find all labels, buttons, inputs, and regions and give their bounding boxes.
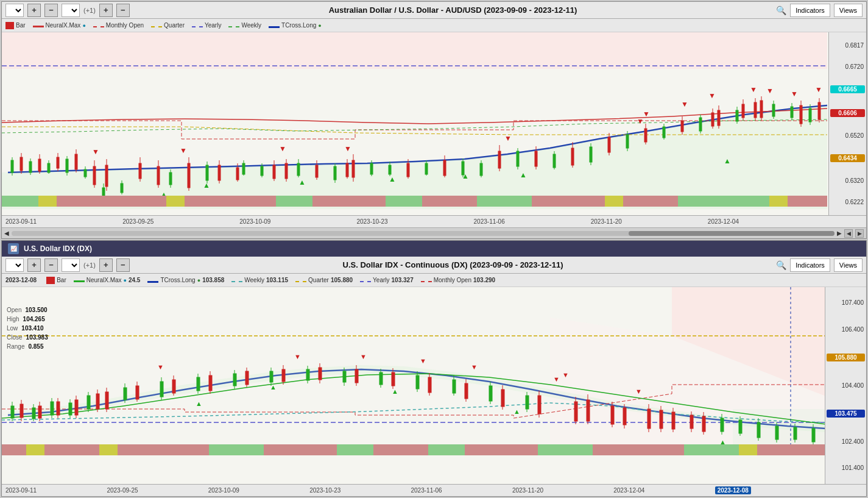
svg-rect-151 <box>477 196 532 207</box>
legend2-weekly: Weekly 103.115 <box>231 277 288 283</box>
chart1-period-minus[interactable]: − <box>116 4 130 17</box>
chart1-views-button[interactable]: Views <box>834 4 863 17</box>
chart2-timeframe-minus[interactable]: − <box>44 258 58 272</box>
chart1-search-icon[interactable]: 🔍 <box>776 5 786 15</box>
price-label-0.6320: 0.6320 <box>829 177 866 184</box>
svg-text:▼: ▼ <box>791 90 798 98</box>
svg-rect-288 <box>465 444 538 455</box>
svg-rect-283 <box>209 444 264 455</box>
chart2-date-axis: 2023-09-11 2023-09-25 2023-10-09 2023-10… <box>2 484 866 496</box>
chart2-indicators-button[interactable]: Indicators <box>790 258 830 272</box>
svg-rect-147 <box>276 196 312 207</box>
chart2-timeframe-select[interactable]: 3 Months <box>5 258 24 272</box>
legend-monthly: Monthly Open <box>93 22 144 29</box>
svg-rect-142 <box>2 196 38 207</box>
svg-rect-293 <box>757 444 826 455</box>
ohlc-info: Open 103.500 High 104.265 Low 103.410 Cl… <box>7 305 48 351</box>
chart2-interval-select[interactable]: Daily <box>62 258 80 272</box>
svg-rect-286 <box>373 444 428 455</box>
chart1-indicators-button[interactable]: Indicators <box>790 4 830 17</box>
svg-rect-152 <box>532 196 605 207</box>
price-label-0.6520: 0.6520 <box>829 132 866 139</box>
chart2-period-plus[interactable]: + <box>99 258 113 272</box>
scroll-left-icon[interactable]: ◀ <box>4 230 9 237</box>
chart2-views-button[interactable]: Views <box>834 258 863 272</box>
chart2-timeframe-plus[interactable]: + <box>27 258 41 272</box>
svg-text:▲: ▲ <box>389 175 396 183</box>
page-nav-next[interactable]: ▶ <box>855 229 864 238</box>
svg-rect-154 <box>623 196 678 207</box>
svg-text:▼: ▼ <box>180 146 187 155</box>
page-nav-prev[interactable]: ◀ <box>844 229 853 238</box>
svg-text:▼: ▼ <box>360 353 367 360</box>
chart2-period-label: (+1) <box>83 261 96 269</box>
date-label-4: 2023-10-23 <box>356 218 387 225</box>
date-label-2: 2023-09-25 <box>122 218 153 225</box>
price2-label-102: 102.400 <box>825 438 866 445</box>
svg-text:▲: ▲ <box>270 383 277 391</box>
svg-rect-284 <box>264 444 337 455</box>
date-label-7: 2023-12-04 <box>708 218 739 225</box>
svg-rect-143 <box>38 196 57 207</box>
svg-rect-145 <box>166 196 185 207</box>
svg-rect-285 <box>337 444 373 455</box>
svg-text:▼: ▼ <box>92 148 99 156</box>
date-label-6: 2023-11-20 <box>591 218 622 225</box>
svg-rect-148 <box>312 196 386 207</box>
chart2-search-icon[interactable]: 🔍 <box>776 260 786 270</box>
svg-text:▲: ▲ <box>392 388 398 395</box>
price2-label-106: 106.400 <box>825 326 866 333</box>
legend-weekly: Weekly <box>228 22 261 29</box>
svg-text:▼: ▼ <box>279 144 286 153</box>
price2-label-cyan: 103.475 <box>827 410 865 418</box>
price2-label-107: 107.400 <box>825 299 866 306</box>
chart2-icon: 📈 <box>8 243 19 254</box>
svg-text:▲: ▲ <box>462 172 469 180</box>
svg-rect-291 <box>684 444 739 455</box>
svg-rect-287 <box>428 444 465 455</box>
chart1-period-label: (+1) <box>83 7 96 14</box>
chart1-period-plus[interactable]: + <box>99 4 113 17</box>
svg-rect-289 <box>538 444 593 455</box>
svg-text:▼: ▼ <box>635 388 642 395</box>
svg-text:▼: ▼ <box>294 353 301 360</box>
svg-text:▼: ▼ <box>553 375 560 383</box>
svg-text:▼: ▼ <box>562 371 569 379</box>
svg-rect-292 <box>739 444 757 455</box>
svg-text:▲: ▲ <box>513 408 520 415</box>
chart1-date-axis: 2023-09-11 2023-09-25 2023-10-09 2023-10… <box>2 215 866 227</box>
svg-text:▼: ▼ <box>815 85 822 94</box>
svg-rect-282 <box>118 444 209 455</box>
scroll-right-icon[interactable]: ▶ <box>837 230 842 237</box>
svg-text:▼: ▼ <box>766 87 774 95</box>
legend2-yearly: Yearly 103.327 <box>360 277 414 283</box>
date-label-3: 2023-10-09 <box>239 218 270 225</box>
chart1-interval-select[interactable]: Daily <box>62 4 80 17</box>
price-label-0.6222: 0.6222 <box>829 199 866 205</box>
chart2-title: U.S. Dollar IDX - Continuous (DX) (2023-… <box>133 260 772 269</box>
chart1-timeframe-select[interactable]: 3 Months <box>5 4 24 17</box>
chart2-panel-header: 📈 U.S. Dollar IDX (DX) <box>2 241 866 257</box>
chart2-date-label: 2023-12-08 <box>5 277 37 283</box>
svg-marker-2 <box>2 32 827 69</box>
price2-label-gold: 105.880 <box>827 354 865 361</box>
svg-text:▼: ▼ <box>750 85 757 94</box>
svg-text:▼: ▼ <box>708 91 716 100</box>
legend2-bar: Bar <box>46 277 66 284</box>
svg-rect-153 <box>605 196 623 207</box>
date2-highlighted: 2023-12-08 <box>715 486 751 494</box>
date2-label-5: 2023-11-06 <box>411 487 442 494</box>
chart1-timeframe-minus[interactable]: − <box>44 4 58 17</box>
chart2-legend: 2023-12-08 Bar NeuralX.Max● 24.5 TCross.… <box>2 274 866 287</box>
scrollbar-thumb[interactable] <box>629 231 834 236</box>
svg-text:▼: ▼ <box>420 357 426 365</box>
svg-text:▼: ▼ <box>681 100 688 108</box>
chart1-svg: ▼ ▼ ▼ ▼ ▼ ▼ ▼ ▼ ▼ ▼ ▼ ▼ ▼ ▲ ▲ <box>2 32 827 209</box>
svg-rect-280 <box>44 444 99 455</box>
chart1-scrollbar[interactable]: ◀ ▶ ◀ ▶ <box>2 227 866 238</box>
chart2-period-minus[interactable]: − <box>116 258 130 272</box>
chart1-timeframe-plus[interactable]: + <box>27 4 41 17</box>
date2-label-3: 2023-10-09 <box>208 487 239 494</box>
legend-tcross: TCross.Long● <box>269 22 322 29</box>
svg-text:▲: ▲ <box>724 157 731 165</box>
